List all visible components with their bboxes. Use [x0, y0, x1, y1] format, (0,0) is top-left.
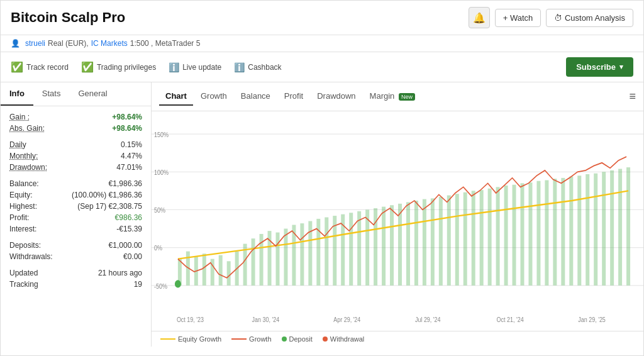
- profit-label: Profit:: [9, 213, 29, 222]
- chevron-down-icon: ▾: [619, 63, 623, 71]
- legend-growth: Growth: [231, 335, 271, 343]
- balance-row: Balance: €1,986.36: [9, 179, 142, 188]
- svg-rect-62: [553, 179, 557, 286]
- svg-rect-37: [349, 213, 353, 286]
- svg-text:50%: 50%: [154, 206, 165, 214]
- monthly-row: Monthly: 4.47%: [9, 152, 142, 160]
- svg-rect-65: [577, 175, 581, 286]
- status-cashback: ℹ️ Cashback: [234, 62, 281, 72]
- updated-row: Updated 21 hours ago: [9, 269, 142, 277]
- interest-value: -€15.39: [116, 225, 142, 233]
- legend-growth-label: Growth: [249, 335, 271, 343]
- equity-value: (100.00%) €1,986.36: [72, 191, 142, 199]
- svg-rect-64: [569, 176, 573, 285]
- svg-rect-53: [480, 190, 484, 286]
- account-type: Real (EUR),: [48, 39, 89, 48]
- svg-rect-68: [602, 172, 606, 286]
- tab-drawdown[interactable]: Drawdown: [311, 87, 362, 106]
- svg-rect-21: [219, 255, 223, 286]
- svg-point-72: [175, 280, 181, 287]
- equity-row: Equity: (100.00%) €1,986.36: [9, 191, 142, 199]
- svg-rect-54: [488, 189, 492, 286]
- tracking-label: Tracking: [9, 280, 38, 289]
- svg-text:0%: 0%: [154, 245, 162, 252]
- info-icon: ℹ️: [234, 62, 245, 72]
- svg-rect-51: [464, 192, 467, 286]
- subscribe-label: Subscribe: [576, 62, 616, 72]
- abs-gain-row: Abs. Gain: +98.64%: [9, 124, 142, 133]
- user-icon: 👤: [11, 39, 20, 48]
- highest-row: Highest: (Sep 17) €2,308.75: [9, 202, 142, 211]
- svg-rect-22: [227, 261, 231, 286]
- svg-rect-19: [203, 253, 206, 286]
- withdrawals-value: €0.00: [123, 252, 142, 261]
- daily-value: 0.15%: [121, 140, 142, 149]
- svg-rect-55: [496, 187, 500, 285]
- profit-row: Profit: €986.36: [9, 213, 142, 222]
- custom-analysis-button[interactable]: ⏱ Custom Analysis: [546, 9, 633, 27]
- subscribe-button[interactable]: Subscribe ▾: [566, 57, 633, 77]
- svg-rect-43: [398, 204, 402, 286]
- equity-growth-line-icon: [160, 338, 175, 340]
- check-icon: ✅: [81, 61, 94, 73]
- svg-rect-71: [626, 167, 630, 286]
- status-live-update: ℹ️ Live update: [169, 62, 221, 72]
- tab-growth[interactable]: Growth: [194, 87, 233, 106]
- svg-rect-70: [618, 169, 622, 285]
- drawdown-row: Drawdown: 47.01%: [9, 163, 142, 172]
- info-icon: ℹ️: [169, 62, 179, 72]
- svg-rect-29: [284, 229, 287, 286]
- status-trading-privileges: ✅ Trading privileges: [81, 61, 156, 73]
- bell-button[interactable]: 🔔: [469, 7, 490, 28]
- left-tab-bar: Info Stats General: [1, 82, 151, 106]
- legend-equity-growth: Equity Growth: [160, 335, 221, 343]
- trading-privileges-label: Trading privileges: [97, 63, 156, 72]
- svg-rect-60: [536, 181, 540, 286]
- chart-tab-bar: Chart Growth Balance Profit Drawdown Mar…: [152, 82, 643, 111]
- monthly-value: 4.47%: [121, 152, 142, 160]
- leverage-platform: 1:500 , MetaTrader 5: [130, 39, 201, 48]
- svg-text:Jan 29, '25: Jan 29, '25: [578, 316, 606, 323]
- gain-value: +98.64%: [112, 113, 142, 121]
- updated-label: Updated: [9, 269, 38, 277]
- withdrawal-dot-icon: [323, 337, 328, 342]
- svg-text:100%: 100%: [154, 169, 169, 176]
- tab-general[interactable]: General: [69, 82, 116, 106]
- live-update-label: Live update: [182, 63, 221, 72]
- highest-label: Highest:: [9, 202, 37, 211]
- svg-rect-48: [439, 197, 443, 286]
- svg-text:Apr 29, '24: Apr 29, '24: [333, 316, 361, 323]
- chart-svg: 150% 100% 50% 0% -50% Oct 19, '23 Jan 30…: [152, 111, 643, 331]
- svg-rect-34: [325, 217, 328, 285]
- tab-margin[interactable]: Margin New: [364, 87, 421, 106]
- tab-profit[interactable]: Profit: [278, 87, 309, 106]
- svg-rect-67: [594, 174, 597, 286]
- legend-deposit-label: Deposit: [289, 335, 313, 343]
- track-record-label: Track record: [26, 63, 69, 72]
- gain-row: Gain : +98.64%: [9, 113, 142, 121]
- tab-balance[interactable]: Balance: [235, 87, 277, 106]
- svg-rect-63: [561, 178, 565, 286]
- svg-rect-56: [504, 186, 508, 286]
- daily-label: Daily: [9, 140, 26, 149]
- profit-value: €986.36: [115, 213, 142, 222]
- drawdown-label: Drawdown:: [9, 163, 47, 172]
- svg-text:150%: 150%: [154, 131, 169, 138]
- abs-gain-label: Abs. Gain:: [9, 124, 45, 133]
- svg-text:Jul 29, '24: Jul 29, '24: [415, 316, 441, 323]
- watch-button[interactable]: + Watch: [495, 9, 541, 27]
- svg-rect-59: [528, 182, 532, 286]
- settings-icon[interactable]: ≡: [629, 90, 636, 103]
- tab-info[interactable]: Info: [1, 82, 33, 106]
- broker-link[interactable]: IC Markets: [91, 39, 128, 48]
- tab-chart[interactable]: Chart: [159, 87, 193, 106]
- cashback-label: Cashback: [248, 63, 281, 72]
- svg-text:-50%: -50%: [154, 282, 167, 290]
- username-link[interactable]: strueli: [25, 39, 45, 48]
- svg-rect-49: [447, 196, 451, 286]
- tab-stats[interactable]: Stats: [33, 82, 70, 106]
- svg-rect-57: [513, 185, 516, 286]
- svg-rect-69: [610, 170, 614, 286]
- balance-label: Balance:: [9, 179, 39, 188]
- legend-withdrawal: Withdrawal: [323, 335, 364, 343]
